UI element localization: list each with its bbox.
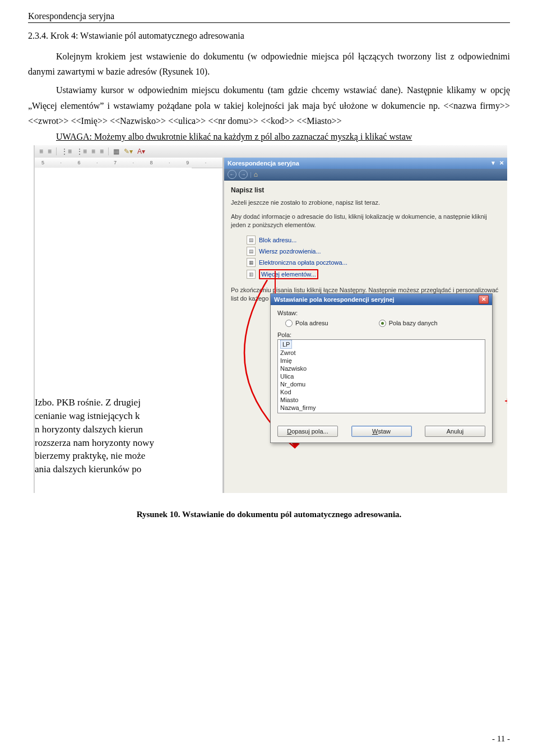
- radio-address-fields[interactable]: Pola adresu: [285, 320, 328, 327]
- match-fields-button[interactable]: Dopasuj pola...: [277, 426, 338, 437]
- list-item[interactable]: LP: [280, 340, 292, 349]
- dialog-titlebar: Wstawianie pola korespondencji seryjnej …: [271, 294, 492, 305]
- option-postage[interactable]: ▦ Elektroniczna opłata pocztowa...: [231, 257, 500, 268]
- option-label: Wiersz pozdrowienia...: [259, 248, 321, 255]
- border-icon[interactable]: ▦: [113, 147, 119, 155]
- screenshot-figure: ≡ ≡ ⋮≡ ⋮≡ ≡ ≡ ▦ ✎▾ A▾ 5 · 6 · 7 · 8 · 9 …: [35, 145, 507, 493]
- ruler-tick: 7: [114, 160, 117, 165]
- highlight-icon[interactable]: ✎▾: [124, 147, 133, 155]
- ruler-tick: ·: [96, 160, 98, 165]
- align-icon[interactable]: ≡: [39, 147, 43, 155]
- list-item[interactable]: Kod: [278, 388, 485, 396]
- doc-icon: ▤: [247, 236, 256, 245]
- taskpane-titlebar: Korespondencja seryjna ▼ ✕: [224, 158, 507, 169]
- document-area[interactable]: Izbo. PKB rośnie. Z drugiej cenianie wag…: [35, 168, 192, 493]
- font-color-icon[interactable]: A▾: [137, 147, 145, 155]
- close-icon[interactable]: ✕: [479, 295, 489, 304]
- page-number: - 11 -: [492, 734, 510, 744]
- ruler-tick: ·: [205, 160, 207, 165]
- indent-dec-icon[interactable]: ≡: [91, 147, 95, 155]
- fields-listbox[interactable]: LP Zwrot Imię Nazwisko Ulica Nr_domu Kod…: [277, 339, 485, 413]
- insert-label: Wstaw:: [277, 310, 485, 316]
- section-heading: 2.3.4. Krok 4: Wstawianie pól automatycz…: [28, 31, 510, 41]
- paragraph-2: Ustawiamy kursor w odpowiednim miejscu d…: [28, 82, 510, 128]
- paragraph-1: Kolejnym krokiem jest wstawienie do doku…: [28, 49, 510, 79]
- taskpane-text: Jeżeli jeszcze nie zostało to zrobione, …: [231, 199, 500, 207]
- stamp-icon: ▦: [247, 258, 256, 267]
- list-icon: ▥: [247, 270, 256, 279]
- radio-label: Pola adresu: [295, 320, 328, 326]
- option-label: Blok adresu...: [259, 237, 296, 243]
- dialog-title: Wstawianie pola korespondencji seryjnej: [274, 296, 395, 303]
- insert-merge-field-dialog: Wstawianie pola korespondencji seryjnej …: [270, 293, 493, 443]
- list-item[interactable]: Zwrot: [278, 349, 485, 357]
- radio-database-fields[interactable]: Pola bazy danych: [379, 320, 438, 327]
- option-address-block[interactable]: ▤ Blok adresu...: [231, 234, 500, 246]
- step-heading: Napisz list: [231, 186, 500, 194]
- insert-button[interactable]: Wstaw: [351, 426, 412, 437]
- annotation-plus: +: [504, 395, 507, 407]
- nav-forward-icon[interactable]: →: [239, 170, 248, 179]
- list-item[interactable]: Nazwisko: [278, 365, 485, 372]
- option-greeting-line[interactable]: ▤ Wiersz pozdrowienia...: [231, 246, 500, 257]
- radio-label: Pola bazy danych: [389, 320, 438, 326]
- radio-icon: [285, 320, 293, 327]
- list-item[interactable]: Miasto: [278, 396, 485, 404]
- chevron-down-icon[interactable]: ▼: [490, 160, 496, 166]
- ruler-tick: 5: [41, 160, 45, 165]
- document-body-text: Izbo. PKB rośnie. Z drugiej cenianie wag…: [35, 396, 192, 476]
- ruler-tick: 8: [150, 160, 154, 165]
- ruler-tick: ·: [61, 160, 62, 165]
- nav-back-icon[interactable]: ←: [228, 170, 236, 179]
- fields-label: Pola:: [277, 331, 485, 338]
- ruler-tick: 9: [186, 160, 189, 165]
- list-item[interactable]: Nr_domu: [278, 380, 485, 388]
- bullet-icon[interactable]: ⋮≡: [76, 147, 87, 155]
- figure-caption: Rysunek 10. Wstawianie do dokumentu pól …: [28, 510, 510, 519]
- ruler-tick: ·: [133, 160, 134, 165]
- taskpane-title: Korespondencja seryjna: [228, 160, 299, 167]
- ruler-tick: ·: [169, 160, 170, 165]
- cancel-button[interactable]: Anuluj: [425, 426, 485, 437]
- uwaga-note: UWAGA: Możemy albo dwukrotnie klikać na …: [56, 132, 510, 142]
- bullet-icon[interactable]: ⋮≡: [61, 147, 72, 155]
- taskpane-nav: ← → | ⌂: [224, 169, 507, 181]
- option-label: Elektroniczna opłata pocztowa...: [259, 259, 347, 266]
- indent-inc-icon[interactable]: ≡: [100, 147, 104, 155]
- list-item[interactable]: Nazwa_firmy: [278, 404, 485, 412]
- word-toolbar: ≡ ≡ ⋮≡ ⋮≡ ≡ ≡ ▦ ✎▾ A▾: [35, 145, 507, 158]
- annotation-red-line: [275, 271, 276, 293]
- list-item[interactable]: Ulica: [278, 372, 485, 380]
- close-icon[interactable]: ✕: [499, 160, 504, 166]
- doc-icon: ▤: [247, 247, 256, 256]
- running-header: Korespondencja seryjna: [28, 11, 510, 23]
- taskpane-text: Aby dodać informacje o adresacie do list…: [231, 213, 500, 229]
- home-icon[interactable]: ⌂: [254, 170, 258, 178]
- align-icon[interactable]: ≡: [48, 147, 52, 155]
- option-label: Więcej elementów...: [259, 269, 318, 279]
- option-more-elements[interactable]: ▥ Więcej elementów...: [231, 268, 500, 280]
- radio-icon: [379, 320, 386, 327]
- list-item[interactable]: Imię: [278, 357, 485, 365]
- ruler-tick: 6: [78, 160, 81, 165]
